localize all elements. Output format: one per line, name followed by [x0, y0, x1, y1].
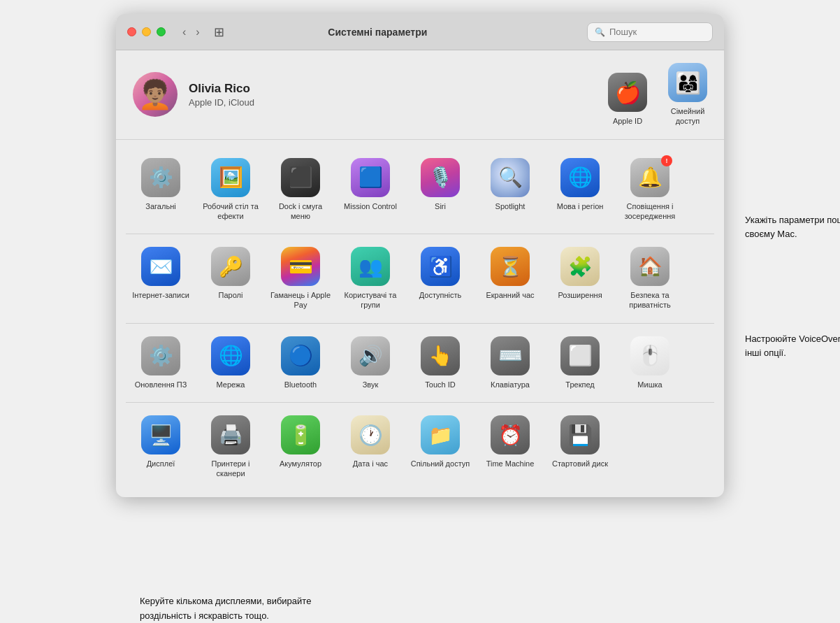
user-subtitle: Apple ID, iCloud — [189, 97, 608, 108]
sidebar-item-accessibility[interactable]: ♿ Доступність — [405, 241, 475, 316]
dock-icon: ⬛ — [289, 166, 313, 189]
sidebar-item-startup-disk[interactable]: 💾 Стартовий диск — [545, 410, 615, 485]
window-title: Системні параметри — [175, 27, 580, 38]
touchid-icon-box: 👆 — [421, 336, 460, 375]
sidebar-item-mouse[interactable]: 🖱️ Мишка — [615, 331, 685, 395]
sidebar-item-notifications[interactable]: 🔔 ! Сповіщення і зосередження — [615, 152, 685, 227]
startup-disk-label: Стартовий диск — [552, 459, 608, 468]
screentime-label: Екранний час — [486, 290, 534, 300]
sidebar-item-siri[interactable]: 🎙️ Siri — [405, 152, 475, 227]
datetime-label: Дата і час — [353, 459, 388, 468]
security-icon-box: 🏠 — [630, 247, 669, 286]
sidebar-item-desktop[interactable]: 🖼️ Робочий стіл та ефекти — [196, 152, 266, 227]
sidebar-item-bluetooth[interactable]: 🔵 Bluetooth — [266, 331, 335, 395]
sharing-icon: 📁 — [428, 424, 453, 447]
sidebar-item-touchid[interactable]: 👆 Touch ID — [405, 331, 475, 395]
sidebar-item-spotlight[interactable]: 🔍 Spotlight — [475, 152, 545, 227]
bluetooth-icon: 🔵 — [289, 344, 313, 367]
sharing-label: Спільний доступ — [411, 459, 470, 468]
internet-label: Інтернет-записи — [132, 290, 189, 300]
notifications-label: Сповіщення і зосередження — [619, 201, 681, 222]
sidebar-item-extensions[interactable]: 🧩 Розширення — [545, 241, 615, 316]
users-label: Користувачі та групи — [340, 290, 401, 310]
keyboard-icon: ⌨️ — [498, 344, 523, 367]
network-label: Мережа — [217, 380, 245, 389]
printers-icon-box: 🖨️ — [211, 415, 250, 454]
notification-badge: ! — [661, 155, 672, 166]
security-label: Безпека та приватність — [619, 290, 681, 310]
sidebar-item-mission-control[interactable]: 🟦 Mission Control — [335, 152, 405, 227]
wallet-label: Гаманець і Apple Pay — [270, 290, 331, 310]
avatar-image: 🧑🏽‍🦱 — [138, 80, 173, 108]
maximize-button[interactable] — [157, 27, 166, 36]
family-sharing-label: Сімейнийдоступ — [671, 106, 705, 127]
internet-icon-box: ✉️ — [141, 247, 180, 286]
minimize-button[interactable] — [142, 27, 151, 36]
sidebar-item-trackpad[interactable]: ⬜ Трекпед — [545, 331, 615, 395]
sidebar-item-datetime[interactable]: 🕐 Дата і час — [335, 410, 405, 485]
traffic-lights — [127, 27, 166, 36]
sidebar-item-sharing[interactable]: 📁 Спільний доступ — [405, 410, 475, 485]
sidebar-item-software-update[interactable]: ⚙️ Оновлення ПЗ — [126, 331, 196, 395]
sidebar-item-battery[interactable]: 🔋 Акумулятор — [266, 410, 335, 485]
family-sharing-button[interactable]: 👨‍👩‍👧 Сімейнийдоступ — [668, 63, 707, 127]
sidebar-item-displays[interactable]: 🖥️ Дисплеї — [126, 410, 196, 485]
sidebar-item-general[interactable]: ⚙️ Загальні — [126, 152, 196, 227]
wallet-icon: 💳 — [289, 255, 313, 278]
screentime-icon-box: ⏳ — [491, 247, 530, 286]
sidebar-item-timemachine[interactable]: ⏰ Time Machine — [475, 410, 545, 485]
sidebar-item-keyboard[interactable]: ⌨️ Клавіатура — [475, 331, 545, 395]
spotlight-annotation-text: Укажіть параметри пошуку Spotlight на св… — [745, 213, 840, 241]
family-sharing-icon-box: 👨‍👩‍👧 — [668, 63, 707, 102]
desktop-icon-box: 🖼️ — [211, 158, 250, 197]
trackpad-label: Трекпед — [565, 380, 594, 389]
sidebar-item-internet[interactable]: ✉️ Інтернет-записи — [126, 241, 196, 316]
search-box[interactable]: 🔍 — [587, 22, 713, 42]
dock-label: Dock і смуга меню — [270, 201, 331, 222]
sidebar-item-printers[interactable]: 🖨️ Принтери і сканери — [196, 410, 266, 485]
security-icon: 🏠 — [638, 255, 662, 278]
network-icon: 🌐 — [219, 344, 243, 367]
startup-disk-icon: 💾 — [568, 424, 593, 447]
extensions-icon: 🧩 — [568, 255, 593, 278]
siri-icon: 🎙️ — [428, 166, 453, 189]
close-button[interactable] — [127, 27, 136, 36]
search-input[interactable] — [609, 27, 705, 37]
passwords-icon: 🔑 — [219, 255, 243, 278]
general-icon-box: ⚙️ — [141, 158, 180, 197]
passwords-label: Паролі — [219, 290, 243, 300]
profile-section: 🧑🏽‍🦱 Olivia Rico Apple ID, iCloud 🍎 Appl… — [116, 50, 724, 140]
sidebar-item-screentime[interactable]: ⏳ Екранний час — [475, 241, 545, 316]
displays-label: Дисплеї — [147, 459, 175, 468]
timemachine-label: Time Machine — [486, 459, 535, 468]
family-sharing-icon: 👨‍👩‍👧 — [675, 71, 701, 95]
mission-control-icon-box: 🟦 — [351, 158, 390, 197]
avatar[interactable]: 🧑🏽‍🦱 — [133, 72, 178, 117]
sidebar-item-wallet[interactable]: 💳 Гаманець і Apple Pay — [266, 241, 335, 316]
accessibility-icon-box: ♿ — [421, 247, 460, 286]
sidebar-item-sound[interactable]: 🔊 Звук — [335, 331, 405, 395]
spotlight-annotation: Укажіть параметри пошуку Spotlight на св… — [745, 213, 840, 241]
keyboard-icon-box: ⌨️ — [491, 336, 530, 375]
sidebar-item-dock[interactable]: ⬛ Dock і смуга меню — [266, 152, 335, 227]
apple-id-icon: 🍎 — [615, 80, 641, 105]
general-icon: ⚙️ — [149, 166, 173, 189]
accessibility-annotation-text: Настроюйте VoiceOver, масштабування та і… — [745, 332, 840, 359]
mission-control-icon: 🟦 — [359, 166, 383, 189]
sidebar-item-users[interactable]: 👥 Користувачі та групи — [335, 241, 405, 316]
displays-icon-box: 🖥️ — [141, 415, 180, 454]
extensions-label: Розширення — [558, 290, 602, 300]
wallet-icon-box: 💳 — [281, 247, 320, 286]
passwords-icon-box: 🔑 — [211, 247, 250, 286]
displays-annotation: Керуйте кількома дисплеями, вибирайте ро… — [140, 594, 321, 623]
sound-icon: 🔊 — [359, 344, 383, 367]
apple-id-button[interactable]: 🍎 Apple ID — [608, 73, 647, 126]
software-update-label: Оновлення ПЗ — [135, 380, 187, 389]
sidebar-item-passwords[interactable]: 🔑 Паролі — [196, 241, 266, 316]
sidebar-item-network[interactable]: 🌐 Мережа — [196, 331, 266, 395]
datetime-icon-box: 🕐 — [351, 415, 390, 454]
sidebar-item-language[interactable]: 🌐 Мова і регіон — [545, 152, 615, 227]
sound-icon-box: 🔊 — [351, 336, 390, 375]
sidebar-item-security[interactable]: 🏠 Безпека та приватність — [615, 241, 685, 316]
dock-icon-box: ⬛ — [281, 158, 320, 197]
